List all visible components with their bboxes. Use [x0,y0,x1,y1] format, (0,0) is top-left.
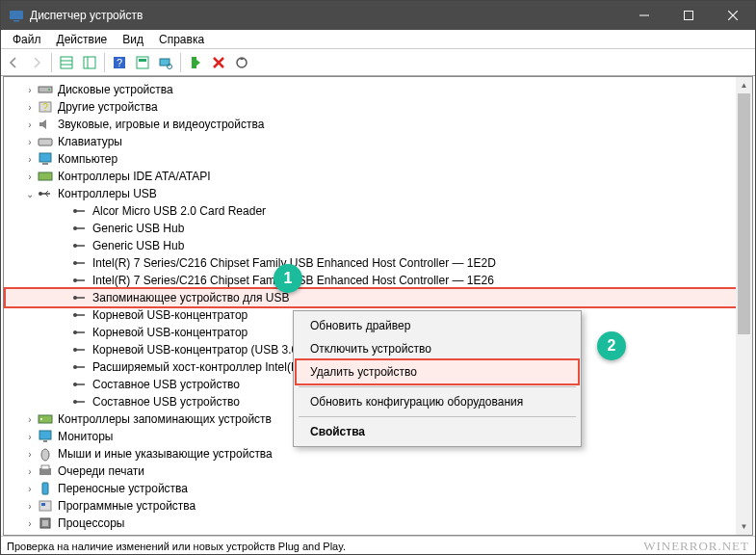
svg-rect-44 [41,503,45,506]
svg-rect-37 [39,431,51,439]
tree-node-keyboards[interactable]: › Клавиатуры [6,133,750,150]
context-menu: Обновить драйвер Отключить устройство Уд… [293,310,582,447]
context-properties[interactable]: Свойства [297,420,578,443]
scroll-thumb[interactable] [738,93,750,334]
usb-device-icon [72,290,88,305]
toolbar-separator [180,53,181,72]
content-area: › Дисковые устройства › ? Другие устройс… [3,76,753,536]
tree-node-usb-intel-1e26[interactable]: Intel(R) 7 Series/C216 Chipset Family US… [6,272,750,289]
help-icon[interactable]: ? [109,52,130,73]
expander-icon[interactable]: › [23,484,37,494]
context-uninstall-device[interactable]: Удалить устройство [297,360,578,383]
usb-device-icon [72,221,88,236]
expander-icon[interactable]: › [23,414,37,425]
svg-rect-5 [84,57,95,68]
menu-help[interactable]: Справка [151,31,212,48]
properties-icon[interactable] [132,52,153,73]
svg-text:?: ? [117,57,122,68]
status-text: Проверка на наличие изменений или новых … [7,541,346,552]
portable-device-icon [38,481,53,496]
tree-node-usb-intel-1e2d[interactable]: Intel(R) 7 Series/C216 Chipset Family US… [6,254,750,272]
computer-icon [38,151,53,167]
menu-file[interactable]: Файл [5,31,49,48]
expander-icon[interactable]: › [23,501,37,512]
watermark: WINERROR.NET [643,539,749,554]
context-scan-hardware[interactable]: Обновить конфигурацию оборудования [297,390,578,413]
expander-icon[interactable]: › [23,449,37,460]
tree-node-usb-controllers[interactable]: ⌄ Контроллеры USB [6,185,750,202]
usb-controller-icon [38,186,53,201]
tree-node-portable[interactable]: › Переносные устройства [6,480,750,497]
vertical-scrollbar[interactable]: ▲ ▼ [736,77,752,535]
tree-node-processors[interactable]: › Процессоры [6,515,750,532]
scroll-down-icon[interactable]: ▼ [736,518,752,535]
maximize-button[interactable] [666,1,711,30]
statusbar: Проверка на наличие изменений или новых … [1,536,755,555]
usb-device-icon [72,238,88,253]
usb-device-icon [72,325,88,340]
expander-icon[interactable]: › [23,518,37,529]
printer-icon [38,463,53,479]
usb-device-icon [72,377,88,392]
tree-node-usb-mass-storage[interactable]: Запоминающее устройство для USB [6,289,750,306]
window-title: Диспетчер устройств [30,9,622,22]
tree-node-other-devices[interactable]: › ? Другие устройства [6,98,750,116]
expander-icon[interactable]: › [23,172,37,182]
tree-node-software-devices[interactable]: › Программные устройства [6,497,750,515]
tree-node-ide-atapi[interactable]: › Контроллеры IDE ATA/ATAPI [6,168,750,185]
tree-node-disk-drives[interactable]: › Дисковые устройства [6,81,750,98]
keyboard-icon [38,134,53,149]
toolbar-separator [51,53,52,72]
expander-icon[interactable]: › [23,432,37,442]
tree-node-print-queues[interactable]: › Очереди печати [6,462,750,480]
toolbar: ? [1,49,755,76]
svg-rect-19 [39,153,51,162]
menu-view[interactable]: Вид [115,31,151,48]
update-driver-icon[interactable] [231,52,252,73]
scan-hardware-icon[interactable] [155,52,176,73]
view-details-icon[interactable] [79,52,100,73]
expander-icon[interactable]: › [23,137,37,147]
usb-device-icon [72,307,88,323]
tree-node-usb-alcor[interactable]: Alcor Micro USB 2.0 Card Reader [6,202,750,220]
processor-icon [38,515,53,531]
usb-device-icon [72,394,88,410]
tree-node-mice[interactable]: › Мыши и иные указывающие устройства [6,445,750,462]
device-tree[interactable]: › Дисковые устройства › ? Другие устройс… [4,77,752,535]
expander-icon[interactable]: › [23,466,37,477]
close-button[interactable] [711,1,755,30]
uninstall-icon[interactable] [208,52,229,73]
forward-button[interactable] [26,52,47,73]
tree-node-usb-generic-hub[interactable]: Generic USB Hub [6,220,750,237]
enable-device-icon[interactable] [185,52,206,73]
minimize-button[interactable] [622,1,666,30]
context-update-driver[interactable]: Обновить драйвер [297,314,578,337]
scroll-up-icon[interactable]: ▲ [736,77,752,93]
expander-icon[interactable]: › [23,85,37,95]
toolbar-separator [104,53,105,72]
context-separator [299,416,576,417]
expander-icon[interactable]: › [23,154,37,165]
context-disable-device[interactable]: Отключить устройство [297,337,578,360]
other-device-icon: ? [38,99,53,115]
svg-rect-42 [42,483,48,494]
tree-node-usb-generic-hub[interactable]: Generic USB Hub [6,237,750,254]
expander-icon[interactable]: › [23,102,37,113]
svg-rect-4 [61,57,72,68]
view-list-icon[interactable] [56,52,77,73]
mouse-icon [38,446,53,462]
menu-action[interactable]: Действие [49,31,116,48]
usb-device-icon [72,273,88,288]
software-device-icon [38,498,53,514]
tree-node-sound-video[interactable]: › Звуковые, игровые и видеоустройства [6,116,750,133]
svg-rect-41 [41,465,49,469]
usb-device-icon [72,342,88,357]
svg-rect-2 [639,15,649,16]
svg-rect-8 [137,57,148,68]
tree-node-computer[interactable]: › Компьютер [6,150,750,168]
svg-point-39 [41,449,49,461]
expander-icon[interactable]: › [23,119,37,130]
svg-point-36 [40,418,42,420]
expander-icon[interactable]: ⌄ [23,189,37,199]
back-button[interactable] [3,52,24,73]
